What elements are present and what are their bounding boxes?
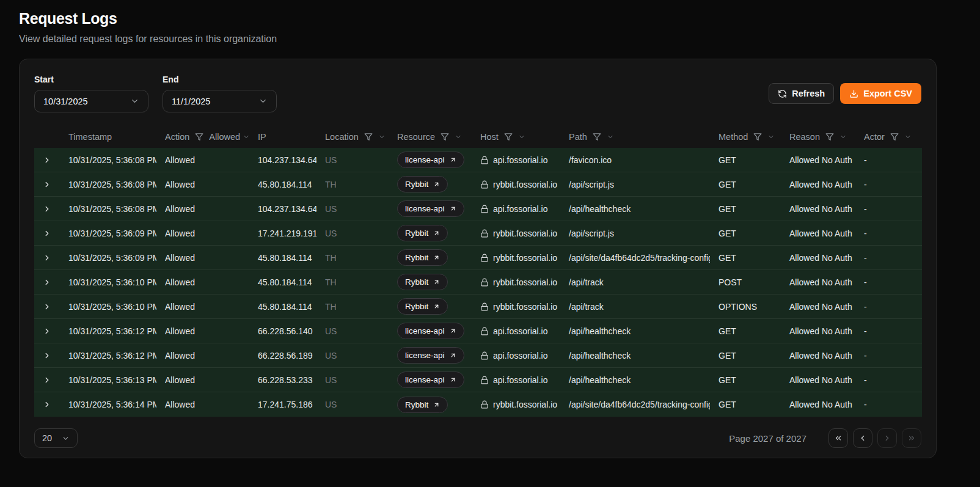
filter-funnel-icon[interactable]: [753, 133, 762, 141]
reason-cell: Allowed No Auth: [781, 180, 855, 189]
location-cell: TH: [316, 277, 389, 287]
export-csv-button[interactable]: Export CSV: [840, 83, 921, 104]
method-cell: GET: [710, 326, 781, 336]
host-name: api.fossorial.io: [493, 155, 548, 165]
page-size-select[interactable]: 20: [34, 428, 78, 448]
lock-icon: [480, 400, 489, 409]
resource-cell: Rybbit: [389, 225, 472, 241]
expand-row-button[interactable]: [43, 327, 51, 335]
expand-cell: [34, 327, 60, 335]
method-cell: GET: [710, 253, 781, 263]
expand-cell: [34, 302, 60, 311]
resource-name: license-api: [405, 351, 445, 360]
chevron-down-icon[interactable]: [767, 133, 775, 141]
last-page-button[interactable]: [902, 428, 921, 448]
path-cell: /favicon.ico: [560, 155, 710, 165]
external-link-icon: [450, 328, 456, 334]
host-name: rybbit.fossorial.io: [493, 229, 557, 238]
expand-row-button[interactable]: [43, 229, 51, 238]
resource-link[interactable]: Rybbit: [397, 225, 448, 241]
filter-funnel-icon[interactable]: [825, 133, 834, 141]
filter-funnel-icon[interactable]: [441, 133, 449, 141]
resource-link[interactable]: Rybbit: [397, 274, 448, 290]
action-cell: Allowed: [156, 351, 249, 361]
resource-link[interactable]: Rybbit: [397, 397, 448, 413]
filter-funnel-icon[interactable]: [364, 133, 373, 141]
export-csv-button-label: Export CSV: [863, 89, 912, 98]
next-page-button[interactable]: [877, 428, 897, 448]
path-cell: /api/script.js: [560, 180, 710, 189]
header-location-label: Location: [325, 132, 359, 142]
filter-funnel-icon[interactable]: [195, 133, 203, 141]
reason-cell: Allowed No Auth: [781, 326, 855, 336]
path-cell: /api/healthcheck: [560, 204, 710, 214]
previous-page-button[interactable]: [853, 428, 872, 448]
chevrons-right-icon: [907, 434, 916, 442]
expand-row-button[interactable]: [43, 278, 51, 287]
actor-cell: -: [855, 155, 922, 165]
filter-funnel-icon[interactable]: [504, 133, 513, 141]
location-cell: US: [316, 229, 389, 238]
expand-row-button[interactable]: [43, 180, 51, 189]
start-date-select[interactable]: 10/31/2025: [34, 90, 148, 112]
action-filter-value[interactable]: Allowed: [209, 132, 240, 142]
resource-link[interactable]: license-api: [397, 152, 464, 168]
path-cell: /api/healthcheck: [560, 351, 710, 361]
header-ip-label: IP: [258, 132, 266, 142]
filter-funnel-icon[interactable]: [593, 133, 601, 141]
resource-link[interactable]: license-api: [397, 372, 464, 388]
resource-name: license-api: [405, 375, 445, 384]
expand-row-button[interactable]: [43, 254, 51, 262]
resource-link[interactable]: license-api: [397, 200, 464, 217]
chevron-down-icon[interactable]: [904, 133, 912, 141]
path-cell: /api/track: [560, 277, 710, 287]
resource-link[interactable]: Rybbit: [397, 249, 448, 266]
lock-icon: [480, 156, 489, 164]
resource-name: Rybbit: [405, 180, 428, 189]
end-date-label: End: [163, 75, 277, 84]
table-row: 10/31/2025, 5:36:12 PM Allowed 66.228.56…: [34, 319, 922, 343]
host-cell: rybbit.fossorial.io: [472, 180, 560, 189]
expand-row-button[interactable]: [43, 376, 51, 384]
location-cell: US: [316, 204, 389, 214]
expand-row-button[interactable]: [43, 205, 51, 213]
chevron-down-icon[interactable]: [455, 133, 462, 141]
ip-cell: 104.237.134.64: [249, 155, 316, 165]
expand-row-button[interactable]: [43, 351, 51, 360]
end-date-select[interactable]: 11/1/2025: [163, 90, 277, 112]
chevron-down-icon[interactable]: [839, 133, 847, 141]
resource-link[interactable]: license-api: [397, 347, 464, 364]
header-action: Action Allowed: [156, 132, 249, 142]
first-page-button[interactable]: [828, 428, 848, 448]
expand-row-button[interactable]: [43, 302, 51, 311]
page-size-value: 20: [42, 433, 52, 443]
filter-funnel-icon[interactable]: [890, 133, 899, 141]
resource-link[interactable]: Rybbit: [397, 176, 448, 192]
end-date-group: End 11/1/2025: [163, 75, 277, 112]
path-cell: /api/site/da4fb64dc2d5/tracking-config: [560, 400, 710, 409]
chevron-down-icon[interactable]: [378, 133, 386, 141]
expand-row-button[interactable]: [43, 400, 51, 409]
lock-icon: [480, 254, 489, 262]
resource-link[interactable]: Rybbit: [397, 298, 448, 315]
resource-name: Rybbit: [405, 229, 428, 238]
chevron-down-icon[interactable]: [607, 133, 614, 141]
header-reason: Reason: [781, 132, 855, 142]
actor-cell: -: [855, 180, 922, 189]
refresh-button[interactable]: Refresh: [769, 83, 834, 104]
ip-cell: 45.80.184.114: [249, 253, 316, 263]
expand-row-button[interactable]: [43, 156, 51, 164]
chevron-down-icon: [62, 434, 70, 442]
location-cell: TH: [316, 180, 389, 189]
chevron-down-icon: [258, 97, 268, 106]
method-cell: OPTIONS: [710, 302, 781, 312]
timestamp-cell: 10/31/2025, 5:36:14 PM: [60, 400, 156, 409]
action-cell: Allowed: [156, 326, 249, 336]
refresh-icon: [778, 89, 787, 98]
method-cell: GET: [710, 375, 781, 385]
resource-link[interactable]: license-api: [397, 323, 464, 339]
chevron-down-icon[interactable]: [518, 133, 525, 141]
download-icon: [849, 89, 858, 98]
external-link-icon: [450, 376, 456, 383]
host-cell: api.fossorial.io: [472, 326, 560, 336]
